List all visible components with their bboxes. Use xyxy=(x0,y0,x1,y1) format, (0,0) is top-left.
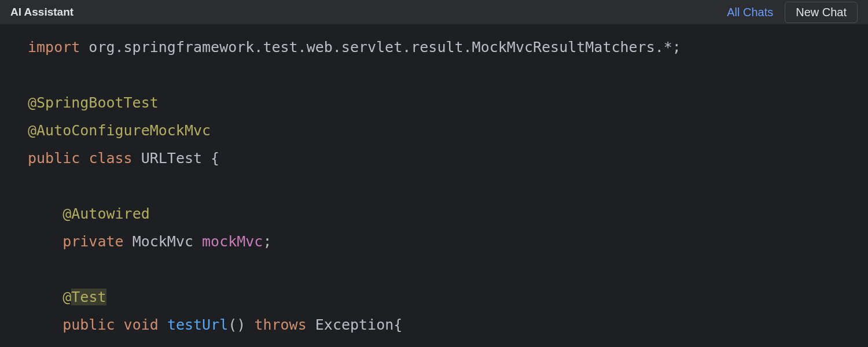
keyword-class: class xyxy=(89,150,132,167)
type-mockmvc: MockMvc xyxy=(133,233,193,250)
keyword-private: private xyxy=(62,233,123,250)
method-testurl: testUrl xyxy=(167,316,228,333)
import-path: org.springframework.test.web.servlet.res… xyxy=(80,39,681,56)
field-mockmvc: mockMvc xyxy=(202,233,263,250)
brace-open: { xyxy=(393,316,402,333)
annotation-autoconfiguremockmvc: @AutoConfigureMockMvc xyxy=(28,122,211,139)
keyword-public: public xyxy=(28,150,80,167)
code-gutter xyxy=(0,24,19,347)
annotation-springboottest: @SpringBootTest xyxy=(28,94,159,111)
new-chat-button[interactable]: New Chat xyxy=(785,2,858,23)
semicolon: ; xyxy=(263,233,271,250)
brace-open: { xyxy=(202,150,219,167)
all-chats-link[interactable]: All Chats xyxy=(727,6,773,19)
parens: () xyxy=(228,316,245,333)
type-exception: Exception xyxy=(315,316,393,333)
annotation-autowired: @Autowired xyxy=(62,205,150,222)
keyword-public: public xyxy=(62,316,115,333)
code-block[interactable]: import org.springframework.test.web.serv… xyxy=(19,24,868,347)
header-actions: All Chats New Chat xyxy=(727,2,858,23)
keyword-void: void xyxy=(124,316,159,333)
chat-content: import org.springframework.test.web.serv… xyxy=(0,24,868,347)
panel-title: AI Assistant xyxy=(10,6,73,19)
keyword-throws: throws xyxy=(254,316,306,333)
annotation-test-word: Test xyxy=(71,289,106,305)
ai-assistant-header: AI Assistant All Chats New Chat xyxy=(0,0,868,24)
class-name-urltest: URLTest xyxy=(141,150,202,167)
annotation-test-at: @ xyxy=(62,289,71,305)
keyword-import: import xyxy=(28,39,80,56)
